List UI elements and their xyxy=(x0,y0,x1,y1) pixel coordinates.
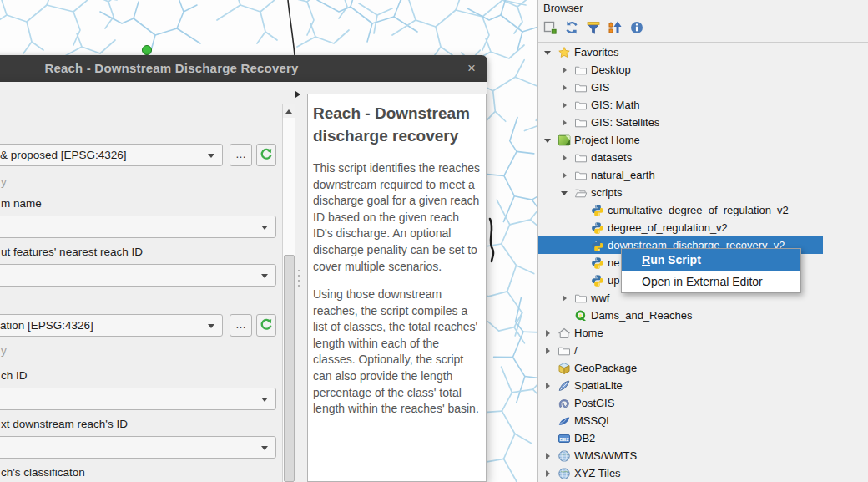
expand-arrow-placeholder xyxy=(544,417,553,425)
tree-item-datasets[interactable]: datasets xyxy=(538,149,868,166)
tree-item-label: ne xyxy=(608,256,619,269)
project-icon xyxy=(558,134,571,147)
tree-item-mssql[interactable]: MSSQL xyxy=(538,412,868,429)
tree-item-gis-satellites[interactable]: GIS: Satellites xyxy=(538,114,868,131)
expand-arrow-placeholder xyxy=(578,224,586,232)
geopackage-icon xyxy=(558,362,571,375)
parameters-panel: & proposed [EPSG:4326] … y m name ut fea… xyxy=(1,82,305,482)
classification-label-fragment: ch's classificaton xyxy=(1,466,85,479)
tree-item-home[interactable]: Home xyxy=(538,324,868,342)
tree-item-spatialite[interactable]: SpatiaLite xyxy=(538,377,868,394)
browse-button-1[interactable]: … xyxy=(230,144,252,166)
nearest-reach-label-fragment: ut features' nearest reach ID xyxy=(1,246,143,258)
name-label-fragment: m name xyxy=(1,197,42,210)
tree-item-label: GIS: Math xyxy=(591,99,640,111)
tree-item-geopackage[interactable]: GeoPackage xyxy=(538,359,868,377)
tree-item-label: cumultative_degree_of_regulation_v2 xyxy=(608,204,789,216)
python-icon xyxy=(591,221,604,235)
expand-arrow-icon[interactable] xyxy=(561,66,569,74)
expand-arrow-placeholder xyxy=(544,399,553,408)
tree-item-favorites[interactable]: Favorites xyxy=(538,43,868,61)
expand-arrow-icon[interactable] xyxy=(544,452,553,460)
tree-item-label: Project Home xyxy=(574,134,640,146)
reach-id-label-fragment: ch ID xyxy=(1,369,28,382)
tree-item-scripts[interactable]: scripts xyxy=(538,184,868,201)
menu-item-open-in-external-editor[interactable]: Open in External Editor xyxy=(622,271,800,292)
filter-icon[interactable] xyxy=(586,20,601,35)
expand-arrow-icon[interactable] xyxy=(561,294,569,302)
scrollbar-up-arrow-icon[interactable] xyxy=(283,104,295,118)
help-title: Reach - Downstream discharge recovery xyxy=(313,103,481,148)
toolbar-separator xyxy=(538,42,868,43)
expand-arrow-icon[interactable] xyxy=(561,154,569,162)
expand-arrow-icon[interactable] xyxy=(561,189,569,197)
help-collapse-arrow-icon[interactable] xyxy=(295,91,300,98)
reload-layer-button-1[interactable] xyxy=(256,144,276,166)
folder-open-icon xyxy=(574,186,588,200)
layer-combo-4[interactable]: ation [EPSG:4326] xyxy=(0,314,223,337)
splitter-handle[interactable] xyxy=(298,270,300,290)
tree-item-desktop[interactable]: Desktop xyxy=(538,61,868,79)
expand-arrow-icon[interactable] xyxy=(544,382,553,390)
field-combo-5[interactable] xyxy=(0,388,276,410)
tree-item-postgis[interactable]: PostGIS xyxy=(538,394,868,412)
browser-toolbar xyxy=(542,20,644,35)
tree-item-degree-of-regulation-v2[interactable]: degree_of_regulation_v2 xyxy=(538,219,868,236)
dialog-titlebar[interactable]: Reach - Downstream Discharge Recovery × xyxy=(0,55,487,82)
optional-label-fragment-2: y xyxy=(1,344,7,357)
expand-arrow-placeholder xyxy=(578,206,586,215)
expand-arrow-icon[interactable] xyxy=(561,84,569,92)
tree-item-xyz-tiles[interactable]: XYZ Tiles xyxy=(538,464,868,482)
tree-item-gis[interactable]: GIS xyxy=(538,79,868,96)
folder-icon xyxy=(574,63,588,77)
close-icon[interactable]: × xyxy=(463,60,480,77)
tree-item-natural-earth[interactable]: natural_earth xyxy=(538,166,868,184)
expand-arrow-icon[interactable] xyxy=(561,119,569,127)
tree-item-label: GIS: Satellites xyxy=(591,116,659,129)
tree-item-root[interactable]: / xyxy=(538,342,868,359)
expand-arrow-icon[interactable] xyxy=(561,101,569,109)
info-icon[interactable] xyxy=(629,20,644,35)
layer-combo-4-value: ation [EPSG:4326] xyxy=(0,319,93,332)
field-combo-3[interactable] xyxy=(0,264,276,287)
expand-arrow-icon[interactable] xyxy=(561,171,569,180)
help-panel: Reach - Downstream discharge recovery Th… xyxy=(307,94,487,482)
tree-item-db2[interactable]: DB2DB2 xyxy=(538,429,868,447)
collapse-tree-icon[interactable] xyxy=(608,20,623,35)
field-combo-6[interactable] xyxy=(0,436,276,459)
tree-item-label: natural_earth xyxy=(591,169,655,181)
params-scrollbar[interactable] xyxy=(282,104,295,482)
scrollbar-thumb[interactable] xyxy=(284,255,295,482)
field-combo-2[interactable] xyxy=(0,216,276,238)
expand-arrow-icon[interactable] xyxy=(544,136,553,145)
postgis-icon xyxy=(558,397,571,410)
tree-item-gis-math[interactable]: GIS: Math xyxy=(538,96,868,114)
layer-combo-1[interactable]: & proposed [EPSG:4326] xyxy=(0,144,223,166)
tree-item-project-home[interactable]: Project Home xyxy=(538,131,868,149)
reload-icon xyxy=(259,317,274,332)
expand-arrow-icon[interactable] xyxy=(544,48,553,57)
browser-panel-title: Browser xyxy=(543,2,583,14)
browse-button-2[interactable]: … xyxy=(230,314,252,337)
expand-arrow-icon[interactable] xyxy=(544,329,553,337)
qgis-window: Reach - Downstream Discharge Recovery × … xyxy=(0,0,868,482)
python-icon xyxy=(591,274,604,287)
reload-layer-button-2[interactable] xyxy=(256,314,276,337)
browser-panel: Browser FavoritesDesktopGISGIS: MathGIS:… xyxy=(537,0,868,482)
db2-icon: DB2 xyxy=(558,432,571,445)
expand-arrow-icon[interactable] xyxy=(544,347,553,355)
add-favorite-icon[interactable] xyxy=(542,20,558,35)
tree-item-dams-and-reaches[interactable]: Dams_and_Reaches xyxy=(538,307,868,324)
refresh-icon[interactable] xyxy=(564,20,579,35)
tree-item-wms-wmts[interactable]: WMS/WMTS xyxy=(538,447,868,464)
menu-item-run-script[interactable]: Run Script xyxy=(622,249,800,271)
expand-arrow-placeholder xyxy=(578,241,586,250)
tree-item-cumultative-degree-of-regulation-v2[interactable]: cumultative_degree_of_regulation_v2 xyxy=(538,201,868,219)
help-paragraph-2: Using those downstream reaches, the scri… xyxy=(313,287,481,418)
folder-icon xyxy=(558,344,571,358)
tree-item-label: WMS/WMTS xyxy=(574,449,637,462)
reload-icon xyxy=(259,147,274,162)
python-icon xyxy=(591,239,604,252)
expand-arrow-icon[interactable] xyxy=(544,469,553,478)
expand-arrow-placeholder xyxy=(544,434,553,443)
